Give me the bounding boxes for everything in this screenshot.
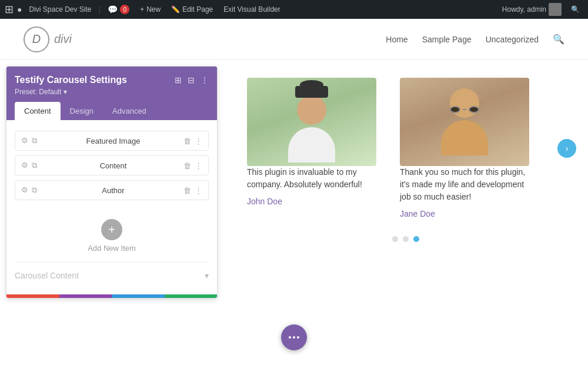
- carousel-dot-3[interactable]: [413, 236, 419, 242]
- person-body: [288, 127, 335, 163]
- wp-logo-icon[interactable]: ⊞: [5, 3, 14, 16]
- item-left-icons: ⚙ ⧉: [21, 185, 37, 195]
- person-head: [297, 95, 326, 125]
- item-label-author: Author: [43, 186, 183, 195]
- item-settings-icon[interactable]: ⚙: [21, 185, 28, 195]
- accordion-header[interactable]: Carousel Content ▾: [15, 263, 209, 289]
- item-left-icons: ⚙ ⧉: [21, 136, 37, 145]
- item-label-featured: Featured Image: [43, 137, 183, 145]
- add-new-label: Add New Item: [88, 244, 136, 253]
- site-logo[interactable]: D divi: [24, 26, 72, 52]
- item-right-icons: 🗑 ⋮: [183, 137, 202, 145]
- tab-advanced[interactable]: Advanced: [103, 102, 156, 120]
- panel-tabs: Content Design Advanced: [6, 102, 217, 120]
- panel-header: Testify Carousel Settings ⊞ ⊟ ⋮ Preset: …: [6, 67, 217, 102]
- glass-bridge: [463, 109, 466, 110]
- new-content-link[interactable]: + New: [136, 5, 164, 14]
- card-author-1: John Doe: [247, 197, 282, 206]
- glass-left: [450, 106, 460, 113]
- wp-icon[interactable]: ●: [17, 5, 22, 14]
- site-name-link[interactable]: Divi Space Dev Site: [25, 5, 95, 14]
- carousel-wrapper: This plugin is invaluable to my company.…: [247, 72, 564, 224]
- exit-builder-link[interactable]: Exit Visual Builder: [220, 5, 284, 14]
- accordion-title: Carousel Content: [15, 271, 79, 280]
- nav-sample-page[interactable]: Sample Page: [422, 35, 472, 44]
- carousel-next-arrow[interactable]: ›: [557, 139, 576, 158]
- card-text-1: This plugin is invaluable to my company.…: [247, 166, 376, 191]
- carousel-dot-1[interactable]: [392, 236, 398, 242]
- bottom-fab-button[interactable]: [281, 324, 307, 350]
- admin-bar: ⊞ ● Divi Space Dev Site | 💬 0 + New ✏️ E…: [0, 0, 588, 19]
- item-more-icon[interactable]: ⋮: [195, 186, 202, 195]
- item-delete-icon[interactable]: 🗑: [183, 137, 191, 145]
- carousel-card: This plugin is invaluable to my company.…: [247, 78, 376, 218]
- preset-chevron-icon: ▾: [64, 88, 67, 96]
- items-list: ⚙ ⧉ Featured Image 🗑 ⋮ ⚙ ⧉ Content: [6, 126, 217, 210]
- item-label-content: Content: [43, 161, 183, 170]
- item-more-icon[interactable]: ⋮: [195, 137, 202, 145]
- panel-title: Testify Carousel Settings: [15, 75, 127, 85]
- item-row: ⚙ ⧉ Content 🗑 ⋮: [15, 155, 209, 175]
- edit-page-link[interactable]: ✏️ Edit Page: [168, 5, 216, 14]
- item-right-icons: 🗑 ⋮: [183, 186, 202, 195]
- item-right-icons: 🗑 ⋮: [183, 161, 202, 170]
- item-copy-icon[interactable]: ⧉: [32, 136, 37, 145]
- undo-button[interactable]: ↺: [59, 294, 112, 299]
- main-nav: Home Sample Page Uncategorized 🔍: [386, 34, 564, 45]
- sunglasses-decoration: [450, 106, 479, 113]
- person-head: [450, 88, 479, 118]
- item-delete-icon[interactable]: 🗑: [183, 161, 191, 170]
- more-icon[interactable]: ⋮: [201, 75, 209, 85]
- preset-selector[interactable]: Preset: Default ▾: [15, 88, 209, 96]
- glass-right: [469, 106, 479, 113]
- person-body: [441, 120, 488, 155]
- tab-design[interactable]: Design: [61, 102, 103, 120]
- howdy-user-link[interactable]: Howdy, admin: [499, 3, 565, 16]
- item-delete-icon[interactable]: 🗑: [183, 186, 191, 195]
- columns-icon[interactable]: ⊟: [188, 75, 195, 85]
- main-wrapper: Testify Carousel Settings ⊞ ⊟ ⋮ Preset: …: [0, 60, 588, 368]
- item-copy-icon[interactable]: ⧉: [32, 185, 37, 195]
- arrow-right-icon: ›: [566, 144, 569, 153]
- item-copy-icon[interactable]: ⧉: [32, 161, 37, 170]
- redo-button[interactable]: ↻: [112, 294, 165, 299]
- settings-panel: Testify Carousel Settings ⊞ ⊟ ⋮ Preset: …: [6, 66, 218, 299]
- card-image-woman: [400, 78, 529, 166]
- expand-icon[interactable]: ⊞: [175, 75, 182, 85]
- item-settings-icon[interactable]: ⚙: [21, 161, 28, 170]
- hat-decoration: [295, 86, 328, 98]
- card-text-2: Thank you so much for this plugin, it's …: [400, 166, 529, 203]
- panel-header-icons: ⊞ ⊟ ⋮: [175, 75, 209, 85]
- carousel-dots: [247, 236, 564, 242]
- card-author-2: Jane Doe: [400, 209, 435, 218]
- search-nav-icon[interactable]: 🔍: [553, 34, 564, 45]
- cancel-button[interactable]: ×: [6, 294, 59, 299]
- site-header: D divi Home Sample Page Uncategorized 🔍: [0, 19, 588, 60]
- add-new-item-button[interactable]: + Add New Item: [6, 210, 217, 262]
- item-left-icons: ⚙ ⧉: [21, 161, 37, 170]
- nav-home[interactable]: Home: [386, 35, 407, 44]
- item-settings-icon[interactable]: ⚙: [21, 136, 28, 145]
- carousel-dot-2[interactable]: [403, 236, 409, 242]
- content-area: This plugin is invaluable to my company.…: [223, 60, 588, 368]
- card-image-man: [247, 78, 376, 166]
- item-more-icon[interactable]: ⋮: [195, 161, 202, 170]
- item-row: ⚙ ⧉ Featured Image 🗑 ⋮: [15, 131, 209, 151]
- item-row: ⚙ ⧉ Author 🗑 ⋮: [15, 180, 209, 200]
- fab-dots-icon: [289, 336, 299, 339]
- panel-body: ⚙ ⧉ Featured Image 🗑 ⋮ ⚙ ⧉ Content: [6, 120, 217, 294]
- accordion-chevron-icon: ▾: [205, 271, 209, 280]
- logo-circle: D: [24, 26, 49, 52]
- panel-footer: × ↺ ↻ ✓: [6, 294, 217, 299]
- notifications-link[interactable]: 💬 0: [104, 5, 133, 14]
- tab-content[interactable]: Content: [15, 102, 61, 120]
- fab-dot-2: [293, 336, 295, 339]
- carousel-accordion: Carousel Content ▾: [15, 262, 209, 289]
- search-admin-icon[interactable]: 🔍: [567, 5, 583, 14]
- fab-dot-3: [297, 336, 299, 339]
- carousel-card: Thank you so much for this plugin, it's …: [400, 78, 529, 218]
- add-new-circle-icon: +: [101, 219, 122, 240]
- fab-dot-1: [289, 336, 291, 339]
- save-button[interactable]: ✓: [165, 294, 218, 299]
- nav-uncategorized[interactable]: Uncategorized: [486, 35, 539, 44]
